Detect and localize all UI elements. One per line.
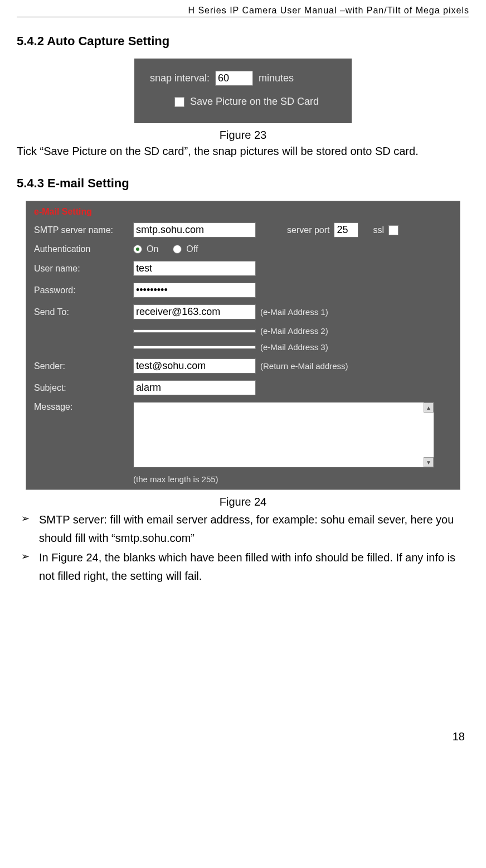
sendto-label: Send To: [33, 307, 129, 317]
auto-capture-panel: snap interval: 60 minutes Save Picture o… [134, 59, 352, 123]
addr2-hint: (e-Mail Address 2) [260, 326, 328, 336]
figure-23-caption: Figure 23 [17, 129, 469, 142]
auth-row: Authentication On Off [33, 244, 453, 254]
section-email-title: 5.4.3 E-mail Setting [17, 176, 469, 191]
list-item: In Figure 24, the blanks which have been… [17, 549, 469, 585]
sendto1-input[interactable]: receiver@163.com [133, 304, 256, 319]
user-row: User name: test [33, 261, 453, 276]
pass-row: Password: ••••••••• [33, 283, 453, 298]
sendto1-row: Send To: receiver@163.com (e-Mail Addres… [33, 304, 453, 319]
snap-interval-row: snap interval: 60 minutes [150, 71, 336, 86]
figure-24-wrap: e-Mail Setting SMTP server name: smtp.so… [17, 201, 469, 490]
ssl-label: ssl [373, 225, 384, 235]
auth-off-radio[interactable] [173, 245, 182, 254]
scroll-up-icon[interactable]: ▲ [424, 403, 434, 413]
user-input[interactable]: test [133, 261, 256, 276]
auth-label: Authentication [33, 244, 129, 254]
sender-input[interactable]: test@sohu.com [133, 358, 256, 374]
save-sd-row: Save Picture on the SD Card [150, 96, 336, 108]
addr3-hint: (e-Mail Address 3) [260, 342, 328, 352]
maxlen-hint: (the max length is 255) [133, 474, 218, 484]
message-textarea[interactable]: ▲ ▼ [133, 402, 434, 468]
pass-label: Password: [33, 285, 129, 295]
server-port-label: server port [287, 225, 329, 235]
email-setting-panel: e-Mail Setting SMTP server name: smtp.so… [26, 201, 460, 490]
maxlen-row: (the max length is 255) [33, 474, 453, 484]
ssl-checkbox[interactable] [388, 225, 398, 235]
snap-interval-label: snap interval: [150, 72, 210, 84]
email-panel-title: e-Mail Setting [34, 207, 453, 217]
sendto3-input[interactable] [133, 346, 256, 349]
page-number: 18 [17, 730, 469, 743]
figure-24-caption: Figure 24 [17, 496, 469, 508]
subject-input[interactable]: alarm [133, 380, 256, 395]
sender-row: Sender: test@sohu.com (Return e-Mail add… [33, 358, 453, 374]
smtp-row: SMTP server name: smtp.sohu.com server p… [33, 222, 453, 237]
notes-list: SMTP server: fill with email server addr… [17, 511, 469, 585]
save-sd-label: Save Picture on the SD Card [190, 96, 319, 108]
section-auto-capture-title: 5.4.2 Auto Capture Setting [17, 34, 469, 49]
subject-label: Subject: [33, 383, 129, 393]
auth-off-label: Off [186, 244, 198, 254]
snap-interval-unit: minutes [259, 72, 294, 84]
smtp-input[interactable]: smtp.sohu.com [133, 222, 256, 237]
snap-interval-input[interactable]: 60 [215, 71, 253, 86]
message-label: Message: [33, 402, 129, 412]
save-sd-checkbox[interactable] [174, 97, 184, 107]
sendto3-row: (e-Mail Address 3) [33, 342, 453, 352]
smtp-label: SMTP server name: [33, 225, 129, 235]
sender-label: Sender: [33, 361, 129, 371]
addr1-hint: (e-Mail Address 1) [260, 307, 328, 317]
figure-23-wrap: snap interval: 60 minutes Save Picture o… [17, 59, 469, 123]
message-row: Message: ▲ ▼ [33, 402, 453, 468]
sendto2-row: (e-Mail Address 2) [33, 326, 453, 336]
server-port-input[interactable]: 25 [334, 222, 358, 237]
auth-on-radio[interactable] [133, 245, 142, 254]
user-label: User name: [33, 264, 129, 274]
page-header: H Series IP Camera User Manual –with Pan… [17, 6, 469, 17]
return-addr-hint: (Return e-Mail address) [260, 361, 348, 371]
figure-23-note: Tick “Save Picture on the SD card”, the … [17, 143, 469, 159]
subject-row: Subject: alarm [33, 380, 453, 395]
sendto2-input[interactable] [133, 329, 256, 333]
list-item: SMTP server: fill with email server addr… [17, 511, 469, 547]
auth-on-label: On [147, 244, 158, 254]
scroll-down-icon[interactable]: ▼ [424, 457, 434, 467]
pass-input[interactable]: ••••••••• [133, 283, 256, 298]
